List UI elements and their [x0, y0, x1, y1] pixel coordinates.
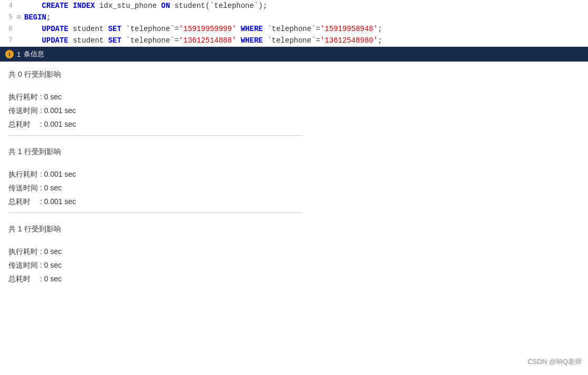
info-label: 条信息: [24, 49, 44, 59]
line-number: 4: [0, 0, 17, 12]
line-collapse: ⊟: [17, 12, 24, 23]
code-content: UPDATE student SET `telephone`='15919959…: [24, 23, 588, 35]
timing-row: 总耗时: 0.001 sec: [8, 195, 580, 208]
code-line: 7 UPDATE student SET `telephone`='136125…: [0, 35, 588, 46]
line-number: 6: [0, 23, 17, 35]
line-number: 7: [0, 35, 17, 46]
timing-row: 执行耗时: 0 sec: [8, 245, 580, 258]
info-count: 1: [17, 50, 21, 58]
code-line: 5⊟BEGIN;: [0, 12, 588, 23]
code-content: CREATE INDEX idx_stu_phone ON student(`t…: [24, 0, 588, 12]
separator: [8, 135, 580, 136]
results-area: 共 0 行受到影响执行耗时: 0 sec传送时间: 0.001 sec总耗时: …: [0, 62, 588, 295]
affected-row: 共 0 行受到影响: [8, 67, 580, 82]
timing-row: 传送时间: 0.001 sec: [8, 104, 580, 117]
timing-row: 传送时间: 0 sec: [8, 258, 580, 272]
timing-row: 执行耗时: 0 sec: [8, 90, 580, 104]
info-bar: i 1 条信息: [0, 47, 588, 62]
timing-row: 总耗时: 0.001 sec: [8, 117, 580, 131]
affected-row: 共 1 行受到影响: [8, 144, 580, 159]
code-editor[interactable]: 4 CREATE INDEX idx_stu_phone ON student(…: [0, 0, 588, 47]
affected-row: 共 1 行受到影响: [8, 221, 580, 236]
code-content: BEGIN;: [24, 12, 588, 23]
watermark: CSDN @响Q老师: [528, 357, 582, 367]
result-block: 共 0 行受到影响执行耗时: 0 sec传送时间: 0.001 sec总耗时: …: [8, 67, 580, 131]
timing-row: 传送时间: 0 sec: [8, 181, 580, 195]
timing-row: 执行耗时: 0.001 sec: [8, 167, 580, 181]
code-line: 4 CREATE INDEX idx_stu_phone ON student(…: [0, 0, 588, 12]
result-block: 共 1 行受到影响执行耗时: 0.001 sec传送时间: 0 sec总耗时: …: [8, 144, 580, 208]
code-line: 6 UPDATE student SET `telephone`='159199…: [0, 23, 588, 35]
code-content: UPDATE student SET `telephone`='13612514…: [24, 35, 588, 46]
result-block: 共 1 行受到影响执行耗时: 0 sec传送时间: 0 sec总耗时: 0 se…: [8, 221, 580, 286]
timing-row: 总耗时: 0 sec: [8, 272, 580, 286]
info-icon: i: [5, 50, 14, 58]
separator: [8, 212, 580, 213]
line-number: 5: [0, 12, 17, 23]
